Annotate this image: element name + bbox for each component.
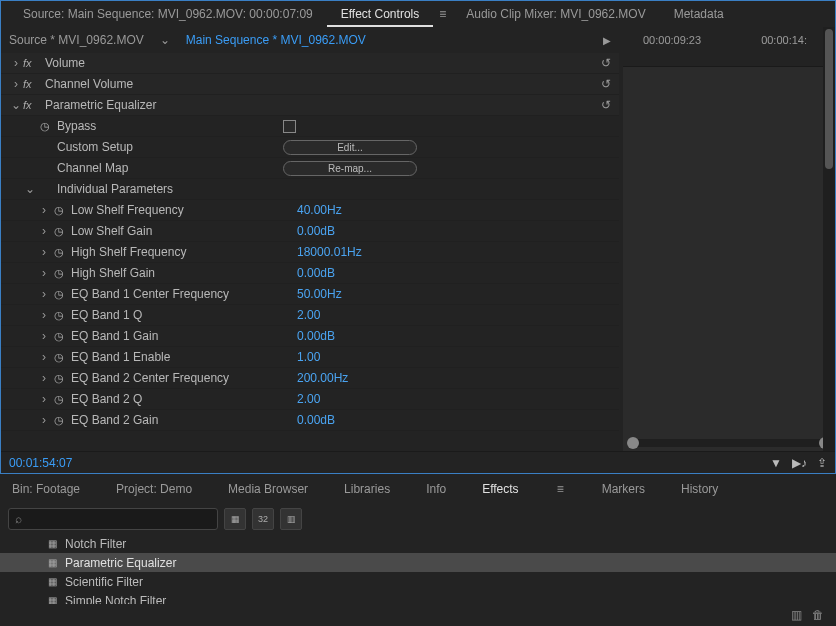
expand-icon[interactable]: › <box>9 56 23 70</box>
timeline-header: 00:00:09:23 00:00:14: <box>623 27 835 53</box>
expand-icon[interactable]: › <box>37 203 51 217</box>
expand-icon[interactable]: › <box>37 392 51 406</box>
scroll-thumb[interactable] <box>825 29 833 169</box>
param-value[interactable]: 50.00Hz <box>297 287 342 301</box>
fx-badge-icon[interactable]: fx <box>23 78 41 90</box>
effect-item[interactable]: ▦Notch Filter <box>0 534 836 553</box>
stopwatch-icon[interactable]: ◷ <box>51 414 67 427</box>
expand-icon[interactable]: › <box>37 413 51 427</box>
scroll-thumb-left[interactable] <box>627 437 639 449</box>
remap-button[interactable]: Re-map... <box>283 161 417 176</box>
param-value[interactable]: 2.00 <box>297 308 320 322</box>
effect-item[interactable]: ▦Scientific Filter <box>0 572 836 591</box>
tab-history[interactable]: History <box>677 482 722 496</box>
tab-source[interactable]: Source: Main Sequence: MVI_0962.MOV: 00:… <box>9 1 327 27</box>
stopwatch-icon[interactable]: ◷ <box>51 309 67 322</box>
stopwatch-icon[interactable]: ◷ <box>51 351 67 364</box>
audio-effect-icon: ▦ <box>48 576 57 587</box>
fx-badge-icon[interactable]: fx <box>23 99 41 111</box>
tab-bin[interactable]: Bin: Footage <box>8 482 84 496</box>
collapse-icon[interactable]: ⌄ <box>23 182 37 196</box>
tab-project[interactable]: Project: Demo <box>112 482 196 496</box>
32bit-icon[interactable]: 32 <box>252 508 274 530</box>
effect-item-label: Simple Notch Filter <box>65 594 166 605</box>
param-value[interactable]: 0.00dB <box>297 224 335 238</box>
stopwatch-icon[interactable]: ◷ <box>37 120 53 133</box>
param-value[interactable]: 2.00 <box>297 392 320 406</box>
stopwatch-icon[interactable]: ◷ <box>51 246 67 259</box>
param-value[interactable]: 18000.01Hz <box>297 245 362 259</box>
timeline-ruler[interactable] <box>623 53 835 67</box>
reset-icon[interactable]: ↺ <box>601 56 611 70</box>
stopwatch-icon[interactable]: ◷ <box>51 288 67 301</box>
reset-icon[interactable]: ↺ <box>601 77 611 91</box>
stopwatch-icon[interactable]: ◷ <box>51 204 67 217</box>
search-box[interactable]: ⌕ <box>8 508 218 530</box>
export-icon[interactable]: ⇪ <box>817 456 827 470</box>
play-head-icon[interactable]: ▶ <box>603 35 611 46</box>
chevron-down-icon[interactable]: ⌄ <box>160 33 170 47</box>
effect-item-label: Notch Filter <box>65 537 126 551</box>
fx-badge-icon[interactable]: fx <box>23 57 41 69</box>
param-value[interactable]: 0.00dB <box>297 266 335 280</box>
param-row: ›◷EQ Band 2 Center Frequency200.00Hz <box>1 368 619 389</box>
timeline-body[interactable] <box>623 67 835 451</box>
effect-item[interactable]: ▦Parametric Equalizer <box>0 553 836 572</box>
stopwatch-icon[interactable]: ◷ <box>51 267 67 280</box>
timeline-scrollbar[interactable] <box>627 439 831 447</box>
effect-parametric-eq[interactable]: ⌄ fx Parametric Equalizer ↺ <box>1 95 619 116</box>
source-clip-label[interactable]: Source * MVI_0962.MOV <box>9 33 144 47</box>
effect-channel-volume[interactable]: › fx Channel Volume ↺ <box>1 74 619 95</box>
yuv-icon[interactable]: ▥ <box>280 508 302 530</box>
expand-icon[interactable]: › <box>37 224 51 238</box>
param-label: Individual Parameters <box>53 182 283 196</box>
filter-icon[interactable]: ▼ <box>770 456 782 470</box>
tab-metadata[interactable]: Metadata <box>660 1 738 27</box>
param-bypass: ◷ Bypass <box>1 116 619 137</box>
sequence-clip-label[interactable]: Main Sequence * MVI_0962.MOV <box>186 33 366 47</box>
tab-effect-controls[interactable]: Effect Controls <box>327 1 433 27</box>
tab-audio-mixer[interactable]: Audio Clip Mixer: MVI_0962.MOV <box>452 1 659 27</box>
tab-libraries[interactable]: Libraries <box>340 482 394 496</box>
expand-icon[interactable]: › <box>9 77 23 91</box>
current-timecode[interactable]: 00:01:54:07 <box>9 456 72 470</box>
expand-icon[interactable]: › <box>37 308 51 322</box>
reset-icon[interactable]: ↺ <box>601 98 611 112</box>
param-label: EQ Band 1 Gain <box>67 329 297 343</box>
param-value[interactable]: 0.00dB <box>297 413 335 427</box>
panel-menu-icon[interactable]: ≡ <box>433 7 452 21</box>
delete-icon[interactable]: 🗑 <box>812 608 824 622</box>
edit-button[interactable]: Edit... <box>283 140 417 155</box>
param-value[interactable]: 1.00 <box>297 350 320 364</box>
panel-menu-icon[interactable]: ≡ <box>551 482 570 496</box>
tab-effects[interactable]: Effects <box>478 482 522 496</box>
play-audio-icon[interactable]: ▶♪ <box>792 456 807 470</box>
tab-markers[interactable]: Markers <box>598 482 649 496</box>
tab-media-browser[interactable]: Media Browser <box>224 482 312 496</box>
expand-icon[interactable]: › <box>37 287 51 301</box>
expand-icon[interactable]: › <box>37 329 51 343</box>
search-input[interactable] <box>26 512 211 526</box>
vertical-scrollbar[interactable] <box>823 27 835 451</box>
tab-info[interactable]: Info <box>422 482 450 496</box>
parameter-list: › fx Volume ↺ › fx Channel Volume ↺ ⌄ fx… <box>1 53 623 451</box>
collapse-icon[interactable]: ⌄ <box>9 98 23 112</box>
param-value[interactable]: 200.00Hz <box>297 371 348 385</box>
stopwatch-icon[interactable]: ◷ <box>51 372 67 385</box>
param-value[interactable]: 0.00dB <box>297 329 335 343</box>
effect-item[interactable]: ▦Simple Notch Filter <box>0 591 836 604</box>
effect-volume[interactable]: › fx Volume ↺ <box>1 53 619 74</box>
new-bin-icon[interactable]: ▥ <box>791 608 802 622</box>
bypass-checkbox[interactable] <box>283 120 296 133</box>
param-value[interactable]: 40.00Hz <box>297 203 342 217</box>
expand-icon[interactable]: › <box>37 245 51 259</box>
stopwatch-icon[interactable]: ◷ <box>51 330 67 343</box>
stopwatch-icon[interactable]: ◷ <box>51 225 67 238</box>
expand-icon[interactable]: › <box>37 350 51 364</box>
param-group-individual[interactable]: ⌄ Individual Parameters <box>1 179 619 200</box>
stopwatch-icon[interactable]: ◷ <box>51 393 67 406</box>
expand-icon[interactable]: › <box>37 371 51 385</box>
expand-icon[interactable]: › <box>37 266 51 280</box>
preset-bin-icon[interactable]: ▦ <box>224 508 246 530</box>
effect-controls-panel: Source: Main Sequence: MVI_0962.MOV: 00:… <box>0 0 836 474</box>
